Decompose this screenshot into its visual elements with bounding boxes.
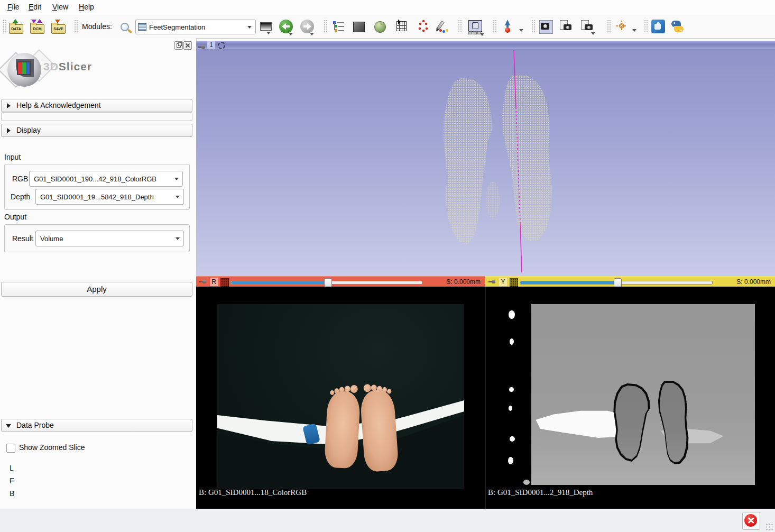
show-zoomed-slice-label: Show Zoomed Slice — [19, 443, 85, 452]
yellow-slice-tag: Y — [499, 278, 507, 286]
rgb-photo — [217, 304, 464, 489]
toolbar-separator — [324, 20, 327, 33]
yellow-slice-caption: B: G01_SID0001...2_918_Depth — [488, 488, 593, 497]
module-history-button[interactable] — [260, 20, 275, 34]
pin-icon[interactable] — [488, 279, 496, 285]
surface-model-button[interactable] — [374, 20, 389, 34]
help-acknowledgement-section[interactable]: Help & Acknowledgement — [1, 99, 192, 112]
error-log-button[interactable] — [742, 512, 760, 530]
toolbar-grip[interactable] — [3, 20, 6, 33]
slice-visibility-icon[interactable] — [510, 278, 518, 287]
menu-edit[interactable]: Edit — [25, 0, 44, 14]
module-selector-combobox[interactable]: FeetSegmentation — [135, 20, 256, 34]
menu-view[interactable]: View — [49, 0, 71, 14]
editor-button[interactable] — [438, 20, 453, 34]
layout-icon — [468, 20, 482, 32]
chevron-down-icon — [480, 33, 484, 36]
dicom-button[interactable]: DCM — [30, 20, 44, 34]
view3d-tag: 1 — [207, 41, 215, 49]
save-button[interactable]: SAVE — [51, 20, 66, 34]
extensions-manager-button[interactable] — [651, 20, 666, 34]
data-folder-icon: DATA — [9, 24, 23, 34]
slicer-window: File Edit View Help DATA DCM SAVE Module… — [0, 0, 775, 532]
python-console-button[interactable] — [670, 20, 685, 34]
mouse-interaction-button[interactable] — [501, 20, 516, 34]
search-icon — [121, 23, 129, 31]
depth-noise-blob — [510, 436, 515, 442]
yellow-slice-viewport[interactable]: B: G01_SID0001...2_918_Depth — [485, 287, 775, 509]
apply-button[interactable]: Apply — [1, 282, 192, 297]
chevron-down-icon — [310, 33, 314, 35]
chevron-down-icon[interactable] — [519, 29, 523, 32]
crop-cube-icon — [396, 21, 407, 31]
collapsed-arrow-icon — [7, 128, 11, 133]
depth-noise-blob — [523, 480, 530, 485]
slicer-logo-text: 3DSlicer — [43, 60, 92, 73]
slicer-logo-grid — [17, 61, 31, 75]
tree-list-icon — [333, 21, 345, 32]
red-slice-viewport[interactable]: B: G01_SID0001...18_ColorRGB — [196, 287, 485, 509]
display-section[interactable]: Display — [1, 124, 192, 137]
rgb-volume-combobox[interactable]: G01_SID0001_190...42_918_ColorRGB — [29, 171, 183, 187]
left-foot-depth — [613, 383, 651, 462]
scene-view-capture-button[interactable] — [559, 20, 574, 34]
collapsed-arrow-icon — [7, 103, 11, 108]
back-arrow-icon — [279, 20, 293, 33]
module-icon — [138, 23, 146, 31]
probe-row-f: F — [10, 476, 14, 485]
scene-view-restore-button[interactable] — [580, 20, 595, 34]
screenshot-button[interactable] — [539, 20, 554, 34]
resize-grip[interactable] — [765, 523, 773, 530]
right-foot-photo — [359, 382, 399, 472]
toolbar-separator — [607, 20, 611, 33]
probe-row-b: B — [10, 489, 14, 498]
status-bar — [0, 509, 775, 532]
red-slice-tag: R — [210, 278, 218, 286]
chevron-down-icon — [591, 32, 595, 35]
load-data-arrow-icon — [13, 19, 18, 23]
red-slice-slider[interactable] — [230, 281, 422, 285]
extensions-puzzle-icon — [651, 20, 665, 33]
view3d-controller-bar[interactable]: 1 — [196, 41, 775, 49]
module-search-button[interactable] — [118, 21, 133, 36]
dicom-folder-icon: DCM — [30, 24, 44, 34]
result-combobox[interactable]: Volume — [35, 231, 184, 246]
module-forward-button[interactable] — [300, 20, 315, 34]
yellow-slice-slider[interactable] — [520, 281, 713, 285]
green-sphere-icon — [374, 21, 386, 33]
red-slice-caption: B: G01_SID0001...18_ColorRGB — [199, 488, 307, 497]
module-back-button[interactable] — [279, 20, 294, 34]
layout-selector-button[interactable] — [468, 20, 483, 34]
forward-arrow-icon — [300, 20, 314, 33]
depth-volume-combobox[interactable]: G01_SID0001_19...5842_918_Depth — [35, 189, 184, 205]
view3d-viewport[interactable] — [196, 49, 775, 276]
probe-row-l: L — [10, 464, 14, 472]
dark-cube-icon — [353, 22, 365, 32]
histogram-icon — [260, 22, 272, 31]
red-slice-controller-bar: R S: 0.000mm — [196, 276, 485, 288]
main-toolbar: DATA DCM SAVE Modules: FeetSegmentation — [0, 15, 775, 39]
crosshair-button[interactable] — [615, 20, 630, 34]
module-selector-value: FeetSegmentation — [149, 23, 205, 31]
result-value: Volume — [40, 235, 63, 243]
subject-hierarchy-button[interactable] — [333, 20, 348, 34]
menu-help[interactable]: Help — [76, 0, 97, 14]
show-zoomed-slice-checkbox[interactable] — [6, 444, 15, 453]
pin-icon[interactable] — [199, 279, 207, 285]
slice-visibility-icon[interactable] — [220, 278, 229, 287]
volume-rendering-button[interactable] — [353, 20, 368, 34]
view-options-gear-icon[interactable] — [218, 42, 225, 49]
depth-noise-blob — [509, 406, 512, 411]
menu-file[interactable]: File — [4, 0, 23, 14]
undock-panel-button[interactable] — [174, 41, 183, 50]
slice-intersection-line — [196, 49, 775, 276]
scene-camera-icon — [564, 24, 571, 30]
load-data-button[interactable]: DATA — [8, 20, 23, 34]
chevron-down-icon[interactable] — [632, 29, 636, 32]
markups-button[interactable] — [418, 20, 432, 34]
close-panel-button[interactable] — [183, 41, 192, 50]
left-foot-photo — [324, 383, 361, 469]
save-folder-icon: SAVE — [51, 24, 66, 34]
data-probe-section[interactable]: Data Probe — [1, 419, 192, 432]
crop-volume-button[interactable] — [396, 20, 411, 34]
